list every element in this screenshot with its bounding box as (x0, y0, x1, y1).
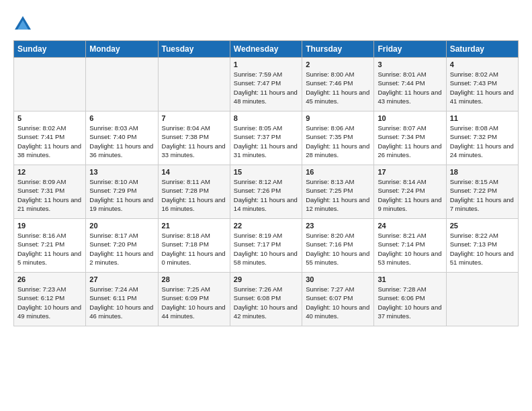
day-number: 2 (306, 60, 370, 68)
weekday-header: Monday (86, 41, 158, 58)
cell-content: Sunrise: 8:01 AMSunset: 7:44 PMDaylight:… (378, 70, 442, 105)
cell-content: Sunrise: 8:18 AMSunset: 7:18 PMDaylight:… (162, 231, 226, 267)
calendar-week-row: 19Sunrise: 8:16 AMSunset: 7:21 PMDayligh… (14, 219, 519, 273)
cell-content: Sunrise: 8:02 AMSunset: 7:41 PMDaylight:… (17, 124, 82, 159)
day-number: 10 (378, 114, 442, 122)
calendar-cell: 17Sunrise: 8:14 AMSunset: 7:24 PMDayligh… (374, 165, 446, 219)
cell-content: Sunrise: 8:11 AMSunset: 7:28 PMDaylight:… (162, 177, 226, 213)
weekday-header: Friday (374, 41, 446, 58)
calendar-cell: 6Sunrise: 8:03 AMSunset: 7:40 PMDaylight… (86, 111, 158, 165)
calendar-cell (14, 58, 86, 111)
day-number: 16 (306, 168, 370, 176)
day-number: 6 (89, 114, 154, 122)
cell-content: Sunrise: 8:03 AMSunset: 7:40 PMDaylight:… (89, 124, 154, 159)
day-number: 24 (378, 222, 442, 230)
cell-content: Sunrise: 8:05 AMSunset: 7:37 PMDaylight:… (234, 124, 298, 159)
calendar-week-row: 12Sunrise: 8:09 AMSunset: 7:31 PMDayligh… (14, 165, 519, 219)
calendar-table: SundayMondayTuesdayWednesdayThursdayFrid… (13, 40, 519, 326)
day-number: 23 (306, 222, 370, 230)
cell-content: Sunrise: 8:20 AMSunset: 7:16 PMDaylight:… (306, 231, 370, 267)
calendar-cell: 12Sunrise: 8:09 AMSunset: 7:31 PMDayligh… (14, 165, 86, 219)
calendar-cell (158, 58, 230, 111)
calendar-cell: 13Sunrise: 8:10 AMSunset: 7:29 PMDayligh… (86, 165, 158, 219)
cell-content: Sunrise: 8:10 AMSunset: 7:29 PMDaylight:… (89, 177, 154, 213)
calendar-cell: 25Sunrise: 8:22 AMSunset: 7:13 PMDayligh… (446, 219, 518, 273)
day-number: 8 (234, 114, 298, 122)
cell-content: Sunrise: 8:16 AMSunset: 7:21 PMDaylight:… (17, 231, 82, 267)
cell-content: Sunrise: 7:24 AMSunset: 6:11 PMDaylight:… (89, 285, 154, 320)
cell-content: Sunrise: 8:09 AMSunset: 7:31 PMDaylight:… (17, 177, 82, 213)
day-number: 11 (450, 114, 515, 122)
cell-content: Sunrise: 7:26 AMSunset: 6:08 PMDaylight:… (234, 285, 298, 320)
cell-content: Sunrise: 8:21 AMSunset: 7:14 PMDaylight:… (378, 231, 442, 267)
calendar-cell: 26Sunrise: 7:23 AMSunset: 6:12 PMDayligh… (14, 273, 86, 326)
weekday-header: Thursday (302, 41, 374, 58)
weekday-header-row: SundayMondayTuesdayWednesdayThursdayFrid… (14, 41, 519, 58)
cell-content: Sunrise: 7:25 AMSunset: 6:09 PMDaylight:… (162, 285, 226, 320)
calendar-cell: 27Sunrise: 7:24 AMSunset: 6:11 PMDayligh… (86, 273, 158, 326)
day-number: 25 (450, 222, 515, 230)
day-number: 4 (450, 60, 515, 68)
weekday-header: Wednesday (230, 41, 302, 58)
cell-content: Sunrise: 7:28 AMSunset: 6:06 PMDaylight:… (378, 285, 442, 320)
day-number: 22 (234, 222, 298, 230)
calendar-cell: 4Sunrise: 8:02 AMSunset: 7:43 PMDaylight… (446, 58, 518, 111)
calendar-cell: 16Sunrise: 8:13 AMSunset: 7:25 PMDayligh… (302, 165, 374, 219)
weekday-header: Tuesday (158, 41, 230, 58)
logo-icon (13, 15, 32, 34)
calendar-cell: 15Sunrise: 8:12 AMSunset: 7:26 PMDayligh… (230, 165, 302, 219)
day-number: 31 (378, 275, 442, 283)
cell-content: Sunrise: 8:17 AMSunset: 7:20 PMDaylight:… (89, 231, 154, 267)
calendar-cell: 10Sunrise: 8:07 AMSunset: 7:34 PMDayligh… (374, 111, 446, 165)
calendar-cell: 24Sunrise: 8:21 AMSunset: 7:14 PMDayligh… (374, 219, 446, 273)
calendar-cell: 1Sunrise: 7:59 AMSunset: 7:47 PMDaylight… (230, 58, 302, 111)
cell-content: Sunrise: 8:08 AMSunset: 7:32 PMDaylight:… (450, 124, 515, 159)
calendar-cell: 21Sunrise: 8:18 AMSunset: 7:18 PMDayligh… (158, 219, 230, 273)
day-number: 14 (162, 168, 226, 176)
day-number: 5 (17, 114, 82, 122)
calendar-cell (446, 273, 518, 326)
day-number: 7 (162, 114, 226, 122)
cell-content: Sunrise: 7:23 AMSunset: 6:12 PMDaylight:… (17, 285, 82, 320)
day-number: 30 (306, 275, 370, 283)
day-number: 3 (378, 60, 442, 68)
cell-content: Sunrise: 8:04 AMSunset: 7:38 PMDaylight:… (162, 124, 226, 159)
calendar-cell: 29Sunrise: 7:26 AMSunset: 6:08 PMDayligh… (230, 273, 302, 326)
calendar-cell: 2Sunrise: 8:00 AMSunset: 7:46 PMDaylight… (302, 58, 374, 111)
calendar-cell: 22Sunrise: 8:19 AMSunset: 7:17 PMDayligh… (230, 219, 302, 273)
day-number: 27 (89, 275, 154, 283)
cell-content: Sunrise: 8:14 AMSunset: 7:24 PMDaylight:… (378, 177, 442, 213)
logo (13, 15, 35, 34)
day-number: 13 (89, 168, 154, 176)
weekday-header: Sunday (14, 41, 86, 58)
calendar-cell: 5Sunrise: 8:02 AMSunset: 7:41 PMDaylight… (14, 111, 86, 165)
calendar-week-row: 5Sunrise: 8:02 AMSunset: 7:41 PMDaylight… (14, 111, 519, 165)
day-number: 28 (162, 275, 226, 283)
calendar-week-row: 26Sunrise: 7:23 AMSunset: 6:12 PMDayligh… (14, 273, 519, 326)
cell-content: Sunrise: 8:15 AMSunset: 7:22 PMDaylight:… (450, 177, 515, 213)
day-number: 1 (234, 60, 298, 68)
calendar-cell: 19Sunrise: 8:16 AMSunset: 7:21 PMDayligh… (14, 219, 86, 273)
weekday-header: Saturday (446, 41, 518, 58)
calendar-cell: 20Sunrise: 8:17 AMSunset: 7:20 PMDayligh… (86, 219, 158, 273)
cell-content: Sunrise: 8:19 AMSunset: 7:17 PMDaylight:… (234, 231, 298, 267)
day-number: 12 (17, 168, 82, 176)
day-number: 26 (17, 275, 82, 283)
day-number: 20 (89, 222, 154, 230)
page: SundayMondayTuesdayWednesdayThursdayFrid… (0, 0, 532, 411)
calendar-cell: 7Sunrise: 8:04 AMSunset: 7:38 PMDaylight… (158, 111, 230, 165)
cell-content: Sunrise: 8:02 AMSunset: 7:43 PMDaylight:… (450, 70, 515, 105)
header (13, 12, 519, 34)
calendar-cell: 8Sunrise: 8:05 AMSunset: 7:37 PMDaylight… (230, 111, 302, 165)
cell-content: Sunrise: 8:13 AMSunset: 7:25 PMDaylight:… (306, 177, 370, 213)
cell-content: Sunrise: 8:00 AMSunset: 7:46 PMDaylight:… (306, 70, 370, 105)
calendar-cell: 14Sunrise: 8:11 AMSunset: 7:28 PMDayligh… (158, 165, 230, 219)
day-number: 9 (306, 114, 370, 122)
calendar-week-row: 1Sunrise: 7:59 AMSunset: 7:47 PMDaylight… (14, 58, 519, 111)
calendar-cell: 31Sunrise: 7:28 AMSunset: 6:06 PMDayligh… (374, 273, 446, 326)
cell-content: Sunrise: 8:12 AMSunset: 7:26 PMDaylight:… (234, 177, 298, 213)
calendar-cell: 9Sunrise: 8:06 AMSunset: 7:35 PMDaylight… (302, 111, 374, 165)
calendar-cell (86, 58, 158, 111)
day-number: 21 (162, 222, 226, 230)
calendar-cell: 18Sunrise: 8:15 AMSunset: 7:22 PMDayligh… (446, 165, 518, 219)
